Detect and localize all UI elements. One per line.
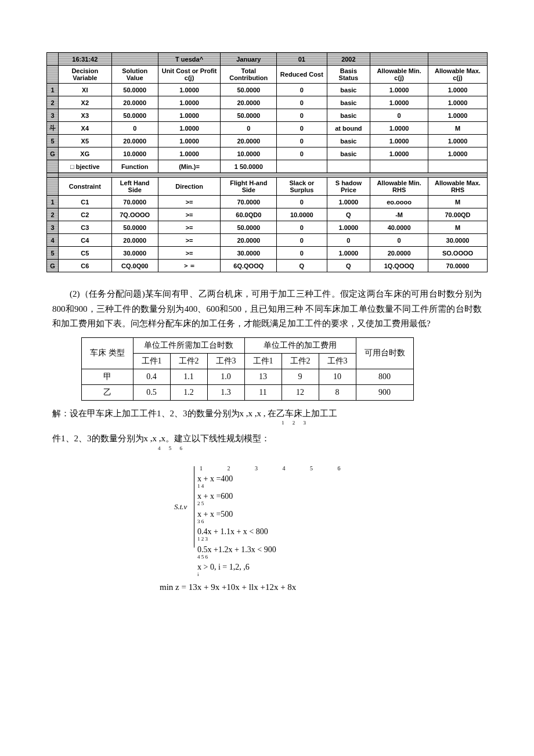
col-sv: Solution Value xyxy=(111,66,158,84)
objective-lbl: □ bjective xyxy=(59,160,112,173)
math-constraints: S.t.v 1 2 3 4 5 6 x + x =400 1 4 x + x =… xyxy=(197,464,488,579)
time-cell: 16:31:42 xyxy=(59,53,112,66)
corner-cell xyxy=(47,53,59,66)
table-row: G C6 CQ.0Q00 ＞＝ 6Q.QOOQ Q Q 1Q.QOOQ 70.0… xyxy=(47,260,488,272)
col-bs: Basis Status xyxy=(327,66,370,84)
table-row: 3 X3 50.0000 1.0000 50.0000 0 basic 0 1.… xyxy=(47,109,488,122)
table-row: 乙0.51.21.311128900 xyxy=(82,384,414,400)
table-row: 1 XI 50.0000 1.0000 50.0000 0 basic 1.00… xyxy=(47,84,488,96)
solution-line-2: 件1、2、3的数量分别为x ,x ,x。建立以下线性规划模型： 4 5 6 xyxy=(52,430,482,453)
table-row: 1 C1 70.0000 >= 70.0000 0 1.0000 eo.oooo… xyxy=(47,196,488,208)
table-row: 4 C4 20.0000 >= 20.0000 0 0 0 30.0000 xyxy=(47,234,488,247)
problem-statement: (2)（任务分配问题)某车间有甲、乙两台机床，可用于加工三种工件。假定这两台车床… xyxy=(52,287,482,332)
objective-function: min z = 13x + 9x +10x + llx +12x + 8x xyxy=(160,582,488,592)
table-row: 5 X5 20.0000 1.0000 20.0000 0 basic 1.00… xyxy=(47,135,488,147)
solution-line-1: 解：设在甲车床上加工工件1、2、3的数量分别为x ,x ,x , 在乙车床上加工… xyxy=(52,405,482,429)
table-row: G XG 10.0000 1.0000 10.0000 0 basic 1.00… xyxy=(47,147,488,160)
col-amin: Allowable Min. c(j) xyxy=(370,66,428,84)
col-constraint: Constraint xyxy=(59,178,112,196)
table-row: 2 X2 20.0000 1.0000 20.0000 0 basic 1.00… xyxy=(47,96,488,109)
table-row: 5 C5 30.0000 >= 30.0000 0 1.0000 20.0000… xyxy=(47,247,488,260)
lp-results-table: 16:31:42 T uesda^ January 01 2002 Decisi… xyxy=(46,52,488,272)
col-tc: Total Contribution xyxy=(221,66,277,84)
col-uc: Unit Cost or Profit c(j) xyxy=(158,66,221,84)
col-dv: Decision Variable xyxy=(59,66,112,84)
col-rc: Reduced Cost xyxy=(277,66,327,84)
table-row: 斗 X4 0 1.0000 0 0 at bound 1.0000 M xyxy=(47,122,488,135)
problem-data-table: 车床 类型 单位工件所需加工台时数 单位工件的加工费用 可用台时数 工件1 工件… xyxy=(81,337,414,401)
table-row: 甲0.41.11.013910800 xyxy=(82,369,414,384)
table-row: 3 C3 50.0000 >= 50.0000 0 1.0000 40.0000… xyxy=(47,221,488,234)
col-amax: Allowable Max. c(j) xyxy=(428,66,488,84)
table-row: 2 C2 7Q.OOOO >= 60.0QD0 10.0000 Q -M 70.… xyxy=(47,208,488,221)
